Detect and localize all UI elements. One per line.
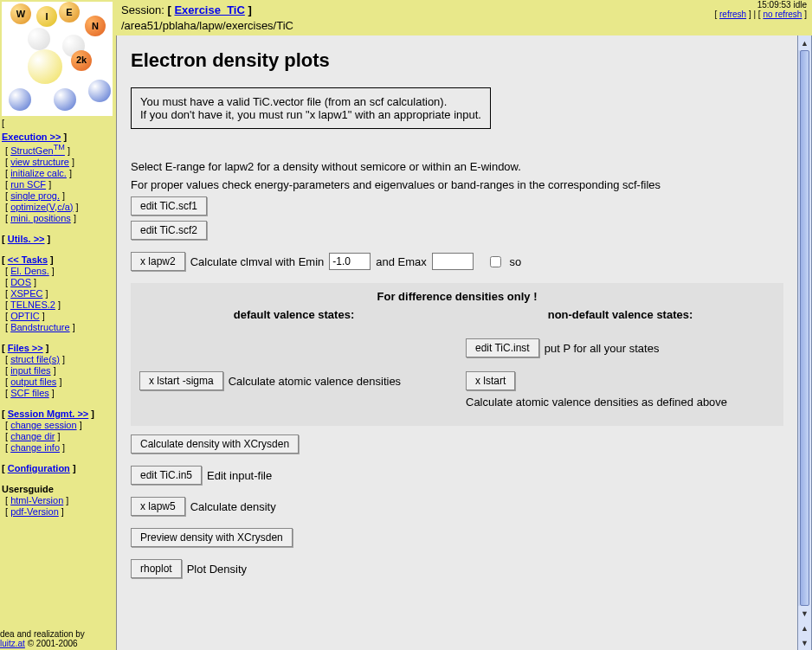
page-title: Electron density plots — [131, 49, 783, 72]
emax-input[interactable] — [432, 253, 474, 270]
edit-scf2-button[interactable] — [131, 221, 207, 240]
calc-atomic-def-label: Calculate atomic valence densities as de… — [466, 396, 727, 409]
nav-configuration[interactable]: Configuration — [8, 463, 70, 473]
plot-density-label: Plot Density — [187, 563, 247, 576]
logo-letter-i: I — [36, 6, 57, 27]
nav-structgen[interactable]: StructGenTM — [10, 145, 65, 156]
nav-xspec[interactable]: XSPEC — [10, 288, 42, 299]
scrollbar[interactable]: ▲ ▼ ▲ ▼ — [797, 35, 812, 650]
nav-telnes[interactable]: TELNES.2 — [10, 299, 55, 310]
select-text2: For proper values check energy-parameter… — [131, 178, 783, 191]
select-text1: Select E-range for lapw2 for a density w… — [131, 160, 783, 173]
sidebar: W I E N 2k [ Execution >> ] [ StructGenT… — [0, 0, 116, 650]
xlapw5-button[interactable] — [131, 497, 185, 516]
calc-xcrysden-button[interactable] — [131, 434, 299, 454]
edit-scf1-button[interactable] — [131, 196, 207, 216]
difference-section: For difference densities only ! default … — [131, 283, 783, 426]
nav-scf-files[interactable]: SCF files — [10, 388, 49, 398]
nav-change-dir[interactable]: change dir — [10, 431, 55, 441]
logo-ball — [9, 88, 31, 111]
edit-in5-button[interactable] — [131, 466, 202, 485]
main: Session: [ Exercise_TiC ] /area51/pblaha… — [116, 0, 812, 650]
logo-letter-2k: 2k — [71, 50, 92, 71]
so-label: so — [509, 255, 521, 268]
so-checkbox[interactable] — [490, 256, 501, 267]
scroll-down2-icon[interactable]: ▼ — [798, 635, 811, 650]
nav-initialize-calc[interactable]: initialize calc. — [10, 168, 67, 178]
logo: W I E N 2k — [2, 2, 113, 116]
nav-change-session[interactable]: change session — [10, 420, 76, 430]
nav-optimize[interactable]: optimize(V,c/a) — [10, 202, 73, 212]
logo-ball — [88, 80, 111, 102]
nav-change-info[interactable]: change info — [10, 442, 60, 453]
nav-output-files[interactable]: output files — [10, 376, 56, 387]
nav-single-prog[interactable]: single prog. — [10, 190, 60, 201]
logo-letter-w: W — [10, 3, 31, 24]
rhoplot-button[interactable] — [131, 559, 182, 578]
topbar: Session: [ Exercise_TiC ] /area51/pblaha… — [116, 0, 812, 35]
x-lstart-button[interactable] — [466, 371, 515, 390]
scroll-down-icon[interactable]: ▼ — [798, 606, 811, 621]
nav-view-structure[interactable]: view structure — [10, 157, 69, 167]
nav-struct-files[interactable]: struct file(s) — [10, 354, 60, 364]
nondefault-valence-head: non-default valence states: — [466, 308, 775, 321]
notice-box: You must have a valid TiC.vector file (f… — [131, 87, 491, 129]
nav-run-scf[interactable]: run SCF — [10, 179, 46, 190]
scroll-up-icon[interactable]: ▲ — [798, 35, 811, 50]
scroll-thumb[interactable] — [800, 50, 809, 606]
nav-pdf-version[interactable]: pdf-Version — [10, 506, 59, 517]
footer-link[interactable]: luitz.at — [0, 639, 25, 648]
usersguide-label: Usersguide — [2, 484, 54, 494]
calc-atomic-label: Calculate atomic valence densities — [229, 375, 401, 388]
and-emax-label: and Emax — [376, 255, 427, 268]
logo-ball — [28, 28, 50, 50]
edit-inst-button[interactable] — [466, 338, 539, 357]
default-valence-head: default valence states: — [139, 308, 448, 321]
path-label: /area51/pblaha/lapw/exercises/TiC — [121, 19, 807, 32]
logo-letter-n: N — [85, 16, 106, 36]
scroll-up2-icon[interactable]: ▲ — [798, 621, 811, 635]
put-p-label: put P for all your states — [545, 342, 660, 355]
calc-density-label: Calculate density — [190, 500, 276, 513]
nav-session-mgmt[interactable]: Session Mgmt. >> — [8, 409, 89, 419]
logo-ball — [54, 88, 76, 111]
nav-utils[interactable]: Utils. >> — [8, 234, 45, 244]
edit-inputfile-label: Edit input-file — [207, 469, 272, 482]
clock: 15:09:53 idle — [714, 0, 807, 10]
logo-ball — [28, 49, 62, 84]
nav-tasks[interactable]: << Tasks — [8, 254, 48, 265]
diff-header: For difference densities only ! — [139, 290, 775, 303]
no-refresh-link[interactable]: no refresh — [763, 10, 802, 19]
session-link[interactable]: Exercise_TiC — [174, 3, 244, 16]
nav-execution[interactable]: Execution >> — [2, 132, 61, 142]
refresh-link[interactable]: refresh — [719, 10, 746, 19]
nav-bandstructure[interactable]: Bandstructure — [10, 322, 69, 332]
x-lstart-sigma-button[interactable] — [139, 371, 223, 390]
nav-el-dens[interactable]: El. Dens. — [10, 266, 49, 276]
nav-mini-positions[interactable]: mini. positions — [10, 213, 71, 223]
nav-input-files[interactable]: input files — [10, 365, 50, 376]
nav-dos[interactable]: DOS — [10, 277, 31, 287]
session-label: Session: — [121, 3, 167, 16]
clmval-text: Calculate clmval with Emin — [190, 255, 325, 268]
emin-input[interactable] — [329, 253, 371, 270]
content: Electron density plots You must have a v… — [116, 35, 797, 650]
preview-xcrysden-button[interactable] — [131, 528, 293, 547]
footer: dea and realization by luitz.at © 2001-2… — [0, 629, 85, 648]
nav-html-version[interactable]: html-Version — [10, 495, 63, 505]
xlapw2-button[interactable] — [131, 252, 185, 271]
nav-files[interactable]: Files >> — [8, 343, 43, 353]
logo-letter-e: E — [59, 2, 80, 23]
nav-optic[interactable]: OPTIC — [10, 311, 40, 321]
